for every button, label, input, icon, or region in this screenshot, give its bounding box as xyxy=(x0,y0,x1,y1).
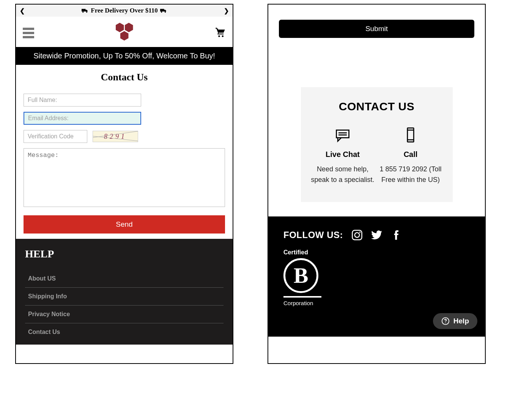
footer: FOLLOW US: Certified B Corporation Help xyxy=(268,216,485,337)
help-widget-label: Help xyxy=(453,317,469,325)
submit-button[interactable]: Submit xyxy=(279,20,474,38)
announcement-bar: ❮ Free Delivery Over $110 ❯ xyxy=(16,5,233,17)
svg-point-5 xyxy=(222,35,224,37)
live-chat-title: Live Chat xyxy=(311,150,375,159)
footer-heading: HELP xyxy=(25,248,224,260)
prev-announcement-icon[interactable]: ❮ xyxy=(20,7,25,14)
footer: HELP About US Shipping Info Privacy Noti… xyxy=(16,239,233,345)
svg-rect-6 xyxy=(337,130,349,138)
bcorp-letter: B xyxy=(283,258,318,293)
facebook-icon[interactable] xyxy=(391,229,402,241)
email-input[interactable] xyxy=(24,112,141,125)
footer-link-about[interactable]: About US xyxy=(25,270,224,288)
site-logo[interactable] xyxy=(113,23,136,43)
bcorp-certified-label: Certified xyxy=(283,249,470,256)
footer-link-shipping[interactable]: Shipping Info xyxy=(25,288,224,306)
next-announcement-icon[interactable]: ❯ xyxy=(224,7,229,14)
phone-icon xyxy=(379,127,443,143)
help-widget-button[interactable]: Help xyxy=(433,313,477,329)
svg-rect-12 xyxy=(352,230,362,240)
bcorp-divider xyxy=(283,296,321,298)
footer-link-privacy[interactable]: Privacy Notice xyxy=(25,306,224,323)
contact-heading: CONTACT US xyxy=(311,100,443,113)
verification-code-input[interactable] xyxy=(24,130,87,143)
instagram-icon[interactable] xyxy=(351,229,363,241)
send-button[interactable]: Send xyxy=(24,215,225,234)
message-textarea[interactable] xyxy=(24,148,225,207)
svg-point-1 xyxy=(86,11,87,13)
contact-us-card: CONTACT US Live Chat Need some help, spe… xyxy=(301,87,453,202)
twitter-icon[interactable] xyxy=(371,229,382,241)
announcement-text: Free Delivery Over $110 xyxy=(82,7,167,14)
truck-icon xyxy=(82,8,88,13)
bcorp-corporation-label: Corporation xyxy=(283,300,470,306)
captcha-image[interactable]: 8291 xyxy=(93,131,138,142)
follow-us-label: FOLLOW US: xyxy=(283,230,343,240)
menu-icon[interactable] xyxy=(23,28,34,38)
svg-point-4 xyxy=(218,35,220,37)
mobile-screen-left: ❮ Free Delivery Over $110 ❯ Sitewide Pro… xyxy=(15,4,233,364)
cart-icon[interactable] xyxy=(215,27,226,39)
svg-point-14 xyxy=(359,232,361,233)
svg-point-2 xyxy=(161,11,162,13)
page-title: Contact Us xyxy=(16,65,233,94)
truck-icon xyxy=(160,8,167,13)
call-block[interactable]: Call 1 855 719 2092 (Toll Free within th… xyxy=(379,127,443,185)
mobile-screen-right: Submit CONTACT US Live Chat Need some he… xyxy=(268,4,486,364)
live-chat-text: Need some help, speak to a specialist. xyxy=(311,164,375,185)
full-name-input[interactable] xyxy=(24,94,141,107)
svg-point-0 xyxy=(82,11,83,13)
header xyxy=(16,17,233,47)
svg-point-13 xyxy=(355,233,360,238)
svg-point-3 xyxy=(164,11,165,13)
call-text: 1 855 719 2092 (Toll Free within the US) xyxy=(379,164,443,185)
bcorp-badge: Certified B Corporation xyxy=(283,249,470,306)
promo-banner: Sitewide Promotion, Up To 50% Off, Welco… xyxy=(16,47,233,65)
chat-icon xyxy=(311,127,375,143)
call-title: Call xyxy=(379,150,443,159)
svg-point-16 xyxy=(445,322,446,323)
contact-form: 8291 Send xyxy=(16,94,233,234)
footer-link-contact[interactable]: Contact Us xyxy=(25,323,224,341)
live-chat-block[interactable]: Live Chat Need some help, speak to a spe… xyxy=(311,127,375,185)
